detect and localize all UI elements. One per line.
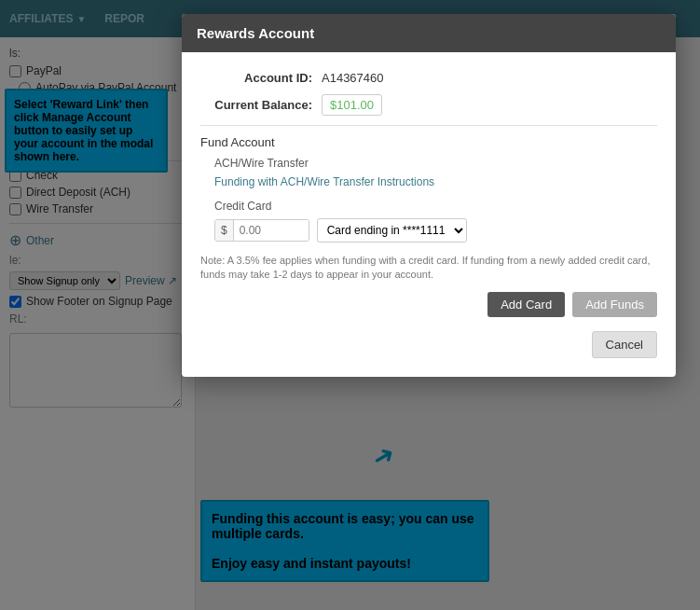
account-id-label: Account ID: <box>200 71 322 85</box>
dollar-sign: $ <box>215 220 234 241</box>
modal-footer-buttons: Add Card Add Funds <box>200 292 657 317</box>
account-id-value: A14367460 <box>322 71 384 85</box>
modal-title: Rewards Account <box>197 25 314 41</box>
modal-body: Account ID: A14367460 Current Balance: $… <box>182 52 676 377</box>
ach-link[interactable]: Funding with ACH/Wire Transfer Instructi… <box>214 175 434 188</box>
balance-row: Current Balance: $101.00 <box>200 94 657 116</box>
account-id-row: Account ID: A14367460 <box>200 71 657 85</box>
note-text: Note: A 3.5% fee applies when funding wi… <box>200 254 657 283</box>
amount-input[interactable] <box>234 220 309 241</box>
modal-header: Rewards Account <box>182 14 676 52</box>
card-select[interactable]: Card ending in ****1111 <box>317 218 467 243</box>
credit-card-section: Credit Card $ Card ending in ****1111 <box>214 200 657 243</box>
amount-input-wrap: $ <box>214 219 309 242</box>
add-funds-button[interactable]: Add Funds <box>572 292 657 317</box>
rewards-account-modal: Rewards Account Account ID: A14367460 Cu… <box>182 14 676 377</box>
balance-label: Current Balance: <box>200 98 322 112</box>
fund-account-title: Fund Account <box>200 125 657 149</box>
add-card-button[interactable]: Add Card <box>487 292 565 317</box>
balance-value: $101.00 <box>322 94 382 116</box>
ach-section: ACH/Wire Transfer Funding with ACH/Wire … <box>214 157 657 188</box>
modal-cancel-row: Cancel <box>200 331 657 358</box>
ach-label: ACH/Wire Transfer <box>214 157 657 170</box>
cancel-button[interactable]: Cancel <box>592 331 657 358</box>
credit-card-label: Credit Card <box>214 200 657 213</box>
credit-card-input-row: $ Card ending in ****1111 <box>214 218 657 243</box>
